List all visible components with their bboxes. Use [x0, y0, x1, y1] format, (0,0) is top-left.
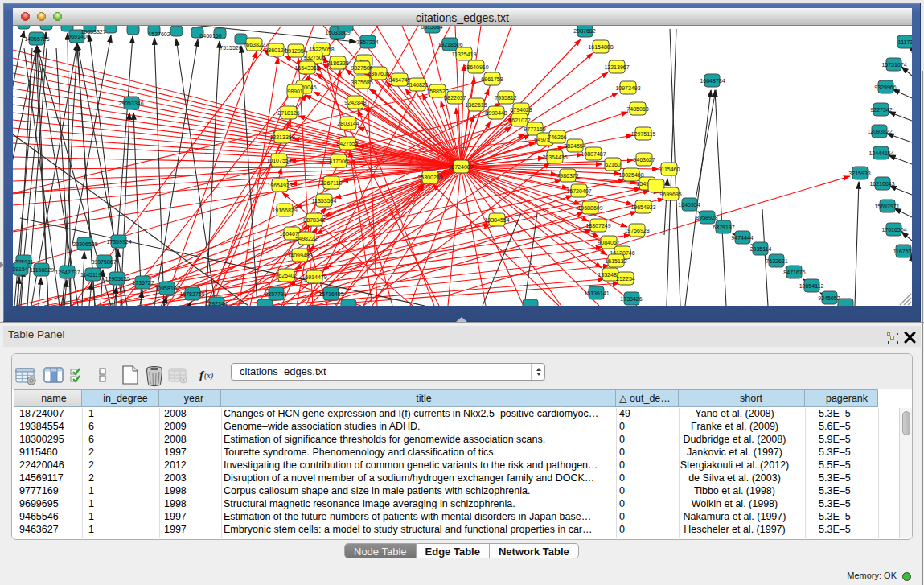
svg-text:(x): (x)	[204, 371, 214, 381]
svg-text:39154: 39154	[13, 266, 28, 272]
svg-text:16543362: 16543362	[294, 65, 319, 71]
svg-text:9329966: 9329966	[874, 84, 896, 90]
svg-text:12213389: 12213389	[269, 134, 294, 140]
svg-text:6794028: 6794028	[510, 107, 532, 113]
svg-text:16210643: 16210643	[869, 181, 894, 187]
svg-text:15751074: 15751074	[881, 62, 906, 68]
svg-text:3215933: 3215933	[848, 171, 870, 176]
svg-text:1615132: 1615132	[605, 258, 626, 264]
svg-text:7632621: 7632621	[766, 258, 787, 264]
svg-text:14055725: 14055725	[24, 36, 49, 42]
svg-text:10688609: 10688609	[577, 205, 602, 211]
svg-text:18807249: 18807249	[585, 223, 610, 229]
svg-text:3824554: 3824554	[564, 143, 585, 149]
svg-text:8912954: 8912954	[285, 48, 306, 54]
svg-text:1735722: 1735722	[132, 280, 154, 286]
svg-text:9860124: 9860124	[265, 47, 286, 53]
svg-text:11451194: 11451194	[80, 272, 105, 278]
svg-text:19166829: 19166829	[272, 208, 297, 213]
svg-text:1733426: 1733426	[620, 296, 642, 302]
svg-text:11156829: 11156829	[30, 267, 54, 273]
svg-text:252254: 252254	[616, 276, 634, 282]
svg-text:1621072: 1621072	[508, 117, 530, 123]
svg-text:3875685: 3875685	[351, 80, 372, 85]
svg-text:8990448: 8990448	[485, 110, 507, 116]
svg-text:98901: 98901	[287, 89, 303, 94]
svg-text:19654923: 19654923	[630, 204, 655, 210]
svg-text:1167533: 1167533	[893, 249, 912, 254]
svg-text:12093822: 12093822	[867, 129, 892, 134]
svg-text:15716485: 15716485	[318, 291, 343, 297]
svg-text:17016504: 17016504	[881, 227, 906, 233]
svg-text:14099489: 14099489	[287, 253, 312, 258]
svg-text:9857791: 9857791	[265, 291, 286, 297]
svg-text:20691406: 20691406	[64, 34, 89, 39]
svg-text:8427552: 8427552	[336, 141, 358, 146]
svg-text:19218506: 19218506	[437, 42, 462, 47]
svg-text:9245652: 9245652	[818, 295, 840, 301]
svg-text:18724007: 18724007	[448, 164, 473, 170]
svg-text:15720407: 15720407	[566, 188, 591, 194]
svg-text:16154808: 16154808	[588, 44, 613, 50]
svg-text:2367608: 2367608	[368, 71, 389, 76]
svg-text:10973493: 10973493	[615, 85, 640, 91]
svg-text:11353594: 11353594	[312, 198, 337, 204]
svg-text:20364436: 20364436	[542, 154, 567, 160]
svg-text:29053346: 29053346	[118, 101, 143, 106]
svg-text:6961758: 6961758	[481, 76, 503, 82]
svg-text:11325419: 11325419	[452, 51, 477, 57]
svg-text:10958107: 10958107	[154, 286, 179, 291]
svg-text:10807487: 10807487	[581, 151, 606, 157]
svg-text:2803144: 2803144	[337, 121, 359, 126]
svg-text:9327508: 9327508	[351, 65, 372, 71]
svg-text:15136141: 15136141	[584, 290, 609, 296]
svg-text:2087682: 2087682	[573, 28, 595, 34]
svg-text:11172: 11172	[898, 39, 912, 45]
svg-text:10653327: 10653327	[80, 29, 105, 35]
svg-text:25300215: 25300215	[417, 175, 442, 180]
svg-text:62160: 62160	[605, 162, 621, 167]
svg-text:7515526: 7515526	[220, 45, 241, 51]
svg-text:19654923: 19654923	[267, 183, 292, 188]
svg-text:12213967: 12213967	[604, 64, 629, 70]
svg-text:9146821: 9146821	[406, 82, 428, 88]
svg-text:12444154: 12444154	[869, 150, 893, 156]
svg-text:9777169: 9777169	[524, 126, 545, 132]
svg-text:19384554: 19384554	[484, 217, 509, 223]
svg-text:5498222: 5498222	[295, 236, 317, 241]
svg-text:1362615: 1362615	[465, 102, 487, 108]
svg-text:3267110: 3267110	[321, 180, 343, 186]
svg-text:16648784: 16648784	[700, 78, 725, 84]
svg-text:16782759: 16782759	[179, 291, 204, 297]
svg-text:18640910: 18640910	[463, 64, 488, 70]
svg-text:8813054: 8813054	[421, 26, 442, 30]
svg-text:15692971: 15692971	[874, 204, 899, 209]
svg-text:2935114: 2935114	[750, 246, 772, 252]
svg-text:9474444: 9474444	[731, 235, 753, 241]
svg-text:1588520: 1588520	[426, 89, 448, 94]
svg-text:10107554: 10107554	[266, 158, 291, 163]
svg-text:7986372: 7986372	[556, 173, 578, 179]
svg-text:12905135: 12905135	[105, 276, 129, 282]
svg-text:12975115: 12975115	[631, 131, 656, 137]
svg-text:9699695: 9699695	[659, 192, 681, 197]
svg-text:8878342: 8878342	[303, 217, 325, 223]
svg-text:2718126: 2718126	[277, 110, 299, 116]
svg-text:6466160: 6466160	[199, 33, 221, 39]
svg-text:9327506: 9327506	[303, 55, 325, 60]
svg-text:16914479: 16914479	[302, 274, 326, 280]
svg-text:746266: 746266	[548, 134, 566, 140]
svg-text:417006: 417006	[329, 159, 347, 164]
svg-text:1640954: 1640954	[678, 202, 700, 208]
svg-text:7857224: 7857224	[356, 39, 378, 45]
svg-text:19756928: 19756928	[624, 228, 649, 233]
svg-text:9463627: 9463627	[633, 157, 655, 163]
svg-text:39975867: 39975867	[91, 259, 116, 265]
svg-text:9227342: 9227342	[870, 107, 892, 113]
svg-text:8471676: 8471676	[783, 270, 805, 275]
svg-text:10025488: 10025488	[618, 172, 643, 178]
svg-text:7955812: 7955812	[495, 95, 516, 101]
svg-text:7625402: 7625402	[275, 273, 297, 278]
svg-text:7485063: 7485063	[626, 106, 648, 112]
svg-text:8186328: 8186328	[326, 60, 348, 66]
